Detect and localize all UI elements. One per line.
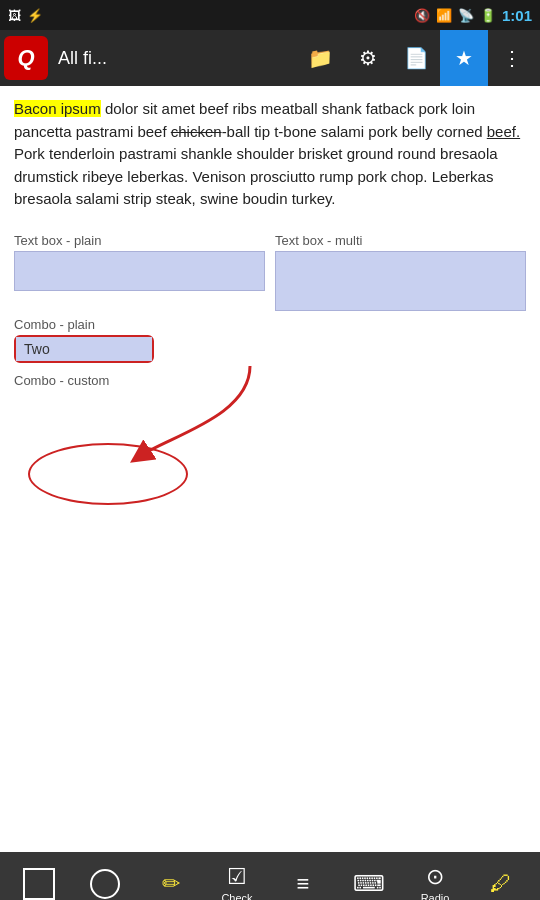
stamp-icon: 🖊 — [490, 871, 512, 897]
logo-text: Q — [17, 45, 34, 71]
settings-button[interactable]: ⚙ — [344, 30, 392, 86]
textbox-multi-group: Text box - multi — [275, 233, 526, 311]
radio-label: Radio — [421, 892, 450, 900]
combo-plain-label: Combo - plain — [14, 317, 526, 332]
lines-icon: ≡ — [297, 871, 310, 897]
combo-custom-label: Combo - custom — [14, 373, 526, 388]
document-area: Bacon ipsum dolor sit amet beef ribs mea… — [0, 86, 540, 223]
nav-icons: 📁 ⚙ 📄 ★ ⋮ — [296, 30, 536, 86]
combo-plain[interactable]: Two — [14, 335, 154, 363]
status-bar: 🖼 ⚡ 🔇 📶 📡 🔋 1:01 — [0, 0, 540, 30]
oval-highlight — [28, 443, 188, 505]
main-content: Bacon ipsum dolor sit amet beef ribs mea… — [0, 86, 540, 852]
nav-bar: Q All fi... 📁 ⚙ 📄 ★ ⋮ — [0, 30, 540, 86]
check-icon: ☑ — [227, 864, 247, 890]
star-button[interactable]: ★ — [440, 30, 488, 86]
image-icon: 🖼 — [8, 8, 21, 23]
textbox-plain[interactable] — [14, 251, 265, 291]
document-button[interactable]: 📄 — [392, 30, 440, 86]
mute-icon: 🔇 — [414, 8, 430, 23]
square-tool-btn[interactable] — [15, 868, 63, 900]
pencil-tool-btn[interactable]: ✏ — [147, 871, 195, 897]
form-row: Text box - plain Text box - multi — [0, 233, 540, 311]
status-right-icons: 🔇 📶 📡 🔋 1:01 — [414, 7, 532, 24]
document-paragraph: Bacon ipsum dolor sit amet beef ribs mea… — [14, 98, 526, 211]
wifi-icon: 📶 — [436, 8, 452, 23]
strikethrough-text: chicken — [171, 123, 222, 140]
keyboard-tool-btn[interactable]: ⌨ — [345, 871, 393, 897]
combo-custom-area: Combo - custom — [0, 369, 540, 395]
lines-tool-btn[interactable]: ≡ — [279, 871, 327, 897]
status-time: 1:01 — [502, 7, 532, 24]
textbox-plain-group: Text box - plain — [14, 233, 265, 311]
textbox-multi-label: Text box - multi — [275, 233, 526, 248]
check-label: Check — [221, 892, 252, 900]
pencil-icon: ✏ — [162, 871, 180, 897]
textbox-plain-label: Text box - plain — [14, 233, 265, 248]
circle-icon — [90, 869, 120, 899]
circle-tool-btn[interactable] — [81, 869, 129, 899]
annotation-toolbar: ✏ ☑ Check ≡ ⌨ ⊙ Radio 🖊 — [0, 852, 540, 900]
nav-title: All fi... — [54, 48, 296, 69]
highlighted-text: Bacon ipsum — [14, 100, 101, 117]
battery-icon: 🔋 — [480, 8, 496, 23]
radio-tool-btn[interactable]: ⊙ Radio — [411, 864, 459, 900]
app-logo: Q — [4, 36, 48, 80]
more-button[interactable]: ⋮ — [488, 30, 536, 86]
check-tool-btn[interactable]: ☑ Check — [213, 864, 261, 900]
lightning-icon: ⚡ — [27, 8, 43, 23]
combo-item-two[interactable]: Two — [16, 337, 152, 361]
stamp-tool-btn[interactable]: 🖊 — [477, 871, 525, 897]
underline-text: beef. — [487, 123, 520, 140]
signal-icon: 📡 — [458, 8, 474, 23]
textbox-multi[interactable] — [275, 251, 526, 311]
status-left-icons: 🖼 ⚡ — [8, 8, 43, 23]
folder-button[interactable]: 📁 — [296, 30, 344, 86]
radio-icon: ⊙ — [426, 864, 444, 890]
combo-plain-area: Combo - plain Two — [0, 311, 540, 369]
square-icon — [23, 868, 55, 900]
keyboard-icon: ⌨ — [353, 871, 385, 897]
